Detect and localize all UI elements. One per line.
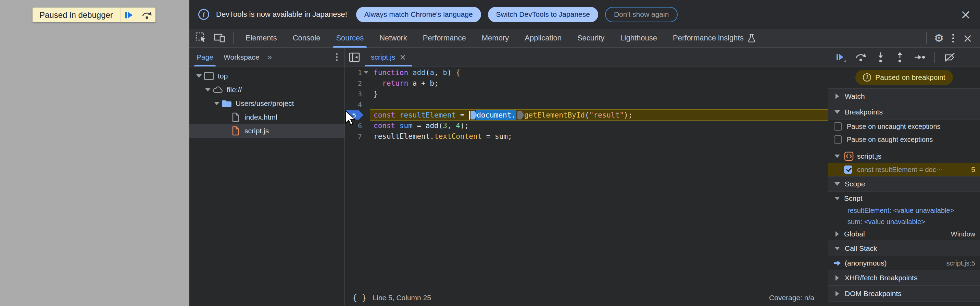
close-icon[interactable]: × (960, 8, 971, 21)
more-tabs-icon[interactable]: » (265, 53, 275, 62)
deactivate-breakpoints-icon[interactable] (944, 52, 956, 62)
section-dom-breakpoints[interactable]: DOM Breakpoints (828, 286, 980, 301)
code-fold-icon[interactable] (362, 71, 370, 74)
tab-network[interactable]: Network (372, 29, 415, 48)
breakpoint-group-script-js[interactable]: script.js (828, 149, 980, 163)
tree-item-index-html[interactable]: index.html (189, 110, 344, 124)
call-stack-frame[interactable]: (anonymous)script.js:5 (828, 256, 980, 270)
breakpoint-checkbox[interactable] (844, 166, 852, 174)
step-into-icon[interactable] (875, 52, 886, 63)
tab-memory[interactable]: Memory (474, 29, 517, 48)
more-options-icon[interactable] (947, 34, 959, 43)
scope-group-global[interactable]: GlobalWindow (828, 228, 980, 241)
editor-tab-scriptjs[interactable]: script.js × (365, 48, 412, 67)
cloud-icon (212, 86, 224, 94)
breakpoint-entry[interactable]: const resultElement = doc⋯5 (828, 163, 980, 176)
code-line-2[interactable]: 2 return a + b; (345, 78, 828, 88)
checkbox-pause-on-uncaught-exceptions[interactable]: Pause on uncaught exceptions (828, 120, 980, 133)
section-scope[interactable]: Scope (828, 176, 980, 192)
tab-label: Lighthouse (620, 33, 657, 43)
code-editor[interactable]: 1function add(a, b) {2 return a + b;3}45… (345, 67, 828, 289)
code-token: = add( (413, 122, 443, 130)
code-token: function (374, 69, 408, 77)
close-devtools-icon[interactable]: × (959, 31, 977, 45)
expand-arrow-icon[interactable] (195, 74, 203, 78)
always-match-language-button[interactable]: Always match Chrome's language (356, 7, 481, 22)
inspect-element-icon[interactable] (192, 32, 211, 44)
format-braces-icon[interactable]: { } (352, 293, 367, 302)
tab-application[interactable]: Application (517, 29, 570, 48)
tab-console[interactable]: Console (285, 29, 328, 48)
code-token: = (456, 111, 469, 119)
section-watch[interactable]: Watch (828, 88, 980, 104)
tab-performance-insights[interactable]: Performance insights (665, 29, 764, 48)
tab-lighthouse[interactable]: Lighthouse (612, 29, 665, 48)
close-tab-icon[interactable]: × (399, 53, 406, 62)
paused-in-debugger-label: Paused in debugger (33, 8, 120, 22)
devtools-window: i DevTools is now available in Japanese!… (189, 0, 980, 306)
section-call-stack[interactable]: Call Stack (828, 241, 980, 256)
line-number[interactable]: 6 (345, 122, 362, 130)
line-number[interactable]: 1 (345, 69, 362, 77)
line-number[interactable]: 3 (345, 90, 362, 98)
dont-show-again-button[interactable]: Don't show again (605, 7, 678, 22)
checkbox-icon[interactable] (834, 122, 842, 131)
file-tree: topfile://Users/user/projectindex.htmlsc… (189, 67, 344, 138)
toggle-device-toolbar-icon[interactable] (211, 33, 229, 43)
line-number[interactable]: 4 (345, 100, 362, 108)
scope-value: Window (951, 230, 975, 238)
tab-workspace[interactable]: Workspace (218, 48, 265, 67)
tab-label: Security (578, 33, 605, 43)
tab-label: Performance insights (673, 33, 744, 43)
settings-gear-icon[interactable]: ⚙ (931, 32, 947, 45)
section-label: Call Stack (845, 244, 877, 253)
tab-sources[interactable]: Sources (328, 29, 372, 48)
variable-name-value: sum: <value unavailable> (848, 218, 925, 226)
code-token (408, 69, 413, 77)
tab-elements[interactable]: Elements (238, 29, 285, 48)
step-icon[interactable] (914, 52, 926, 62)
resume-icon[interactable] (835, 52, 846, 63)
expand-arrow-icon[interactable] (213, 102, 221, 105)
code-line-5[interactable]: 5const resultElement = document.getEleme… (345, 110, 828, 120)
tab-security[interactable]: Security (570, 29, 612, 48)
code-line-4[interactable]: 4 (345, 99, 828, 110)
tab-performance[interactable]: Performance (415, 29, 474, 48)
step-out-icon[interactable] (895, 52, 905, 63)
tree-item-label: script.js (245, 127, 269, 135)
triangle-right-icon (834, 231, 841, 237)
notification-bar: i DevTools is now available in Japanese!… (189, 0, 980, 29)
step-over-icon[interactable] (138, 8, 156, 22)
checkbox-pause-on-caught-exceptions[interactable]: Pause on caught exceptions (828, 133, 980, 146)
expand-arrow-icon[interactable] (204, 88, 212, 91)
code-line-7[interactable]: 7resultElement.textContent = sum; (345, 131, 828, 142)
section-breakpoints[interactable]: Breakpoints (828, 104, 980, 120)
line-number[interactable]: 2 (345, 79, 362, 88)
code-token: ) { (447, 69, 460, 77)
tree-item-file[interactable]: file:// (189, 83, 344, 97)
switch-to-japanese-button[interactable]: Switch DevTools to Japanese (488, 7, 598, 22)
checkbox-icon[interactable] (834, 135, 842, 143)
code-line-3[interactable]: 3} (345, 88, 828, 99)
code-token: add (413, 69, 426, 77)
navigator-more-options-icon[interactable] (332, 52, 341, 62)
code-line-6[interactable]: 6const sum = add(3, 4); (345, 120, 828, 131)
toggle-navigator-icon[interactable] (345, 53, 365, 62)
triangle-down (214, 102, 220, 105)
tab-page[interactable]: Page (191, 48, 218, 67)
variable-name-value: resultElement: <value unavailable> (848, 207, 954, 215)
scope-group-script[interactable]: Script (828, 192, 980, 205)
line-number[interactable]: 7 (345, 132, 362, 140)
resume-script-icon[interactable] (121, 8, 138, 22)
editor-status-bar: { } Line 5, Column 25 Coverage: n/a (345, 289, 828, 306)
section-xhr-fetch-breakpoints[interactable]: XHR/fetch Breakpoints (828, 270, 980, 286)
paused-on-breakpoint-label: Paused on breakpoint (875, 73, 945, 81)
code-line-1[interactable]: 1function add(a, b) { (345, 67, 828, 78)
tree-item-script-js[interactable]: script.js (189, 124, 344, 138)
tree-item-users-user-project[interactable]: Users/user/project (189, 97, 344, 110)
code-token: 3 (443, 122, 447, 130)
tree-item-top[interactable]: top (189, 69, 344, 83)
section-label: Global (844, 230, 865, 238)
code-token: resultElement (399, 111, 456, 119)
step-over-icon[interactable] (855, 52, 867, 62)
